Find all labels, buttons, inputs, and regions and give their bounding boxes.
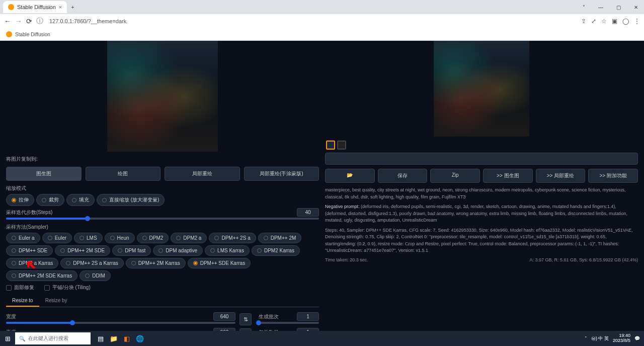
share-icon[interactable]: ⇪ bbox=[581, 18, 586, 25]
sampler-label: 采样方法(Sampler) bbox=[6, 224, 319, 231]
sampler-option[interactable]: DPM2 Karras bbox=[252, 245, 300, 256]
time-taken: Time taken: 20.3 sec. bbox=[325, 257, 368, 262]
resize-mode-option[interactable]: 裁剪 bbox=[36, 194, 64, 206]
copy-to-sketch-button[interactable]: 绘图 bbox=[86, 167, 161, 181]
address-bar: ← → ⟳ ⓘ ⇪ ⤢ ☆ ▣ ◯ ⋮ bbox=[0, 14, 644, 28]
back-button[interactable]: ← bbox=[4, 17, 11, 25]
forward-button[interactable]: → bbox=[15, 17, 22, 25]
reload-button[interactable]: ⟳ bbox=[26, 17, 32, 25]
bookmark-favicon-icon bbox=[6, 31, 12, 37]
profile-icon[interactable]: ◯ bbox=[622, 18, 629, 25]
sampler-option[interactable]: DPM++ SDE bbox=[6, 245, 53, 256]
save-button[interactable]: 保存 bbox=[378, 169, 428, 183]
sampler-option[interactable]: DPM++ 2S a Karras bbox=[60, 258, 123, 268]
send-inpaint-button[interactable]: >> 局部重绘 bbox=[536, 169, 586, 183]
browser-tab[interactable]: Stable Diffusion × bbox=[3, 1, 67, 13]
copy-to-inpaint-button[interactable]: 局部重绘 bbox=[165, 167, 240, 181]
sampler-option[interactable]: Euler a bbox=[6, 233, 40, 243]
tab-title: Stable Diffusion bbox=[17, 4, 56, 10]
resize-mode-option[interactable]: 填充 bbox=[66, 194, 95, 206]
generation-params: Steps: 40, Sampler: DPM++ SDE Karras, CF… bbox=[325, 227, 638, 254]
sampler-option[interactable]: DPM fast bbox=[112, 245, 151, 256]
sampler-option[interactable]: DPM++ 2S a bbox=[209, 233, 256, 243]
send-extras-button[interactable]: >> 附加功能 bbox=[588, 169, 638, 183]
minimize-button[interactable]: — bbox=[592, 2, 609, 13]
browser-tab-bar: Stable Diffusion × + ˅ — ▢ ✕ bbox=[0, 0, 644, 14]
sampler-option[interactable]: DPM++ 2M Karras bbox=[126, 258, 186, 268]
resize-mode-option[interactable]: 拉伸 bbox=[6, 194, 34, 206]
sampler-option[interactable]: DPM adaptive bbox=[153, 245, 203, 256]
swap-dimensions-button[interactable]: ⇅ bbox=[239, 313, 252, 325]
sampler-option[interactable]: DPM++ 2M SDE Karras bbox=[6, 270, 77, 281]
extensions-icon[interactable]: ▣ bbox=[612, 18, 617, 25]
sampler-option[interactable]: Heun bbox=[105, 233, 135, 243]
copy-to-img2img-button[interactable]: 图生图 bbox=[6, 167, 82, 181]
resize-mode-option[interactable]: 直接缩放 (放大潜变量) bbox=[97, 194, 165, 206]
sampler-option[interactable]: DPM++ 2M SDE bbox=[55, 245, 110, 256]
batch-count-label: 生成批次 bbox=[259, 313, 279, 320]
sampler-option[interactable]: LMS Karras bbox=[205, 245, 250, 256]
generation-negative: Negative prompt: (deformed iris, deforme… bbox=[325, 203, 638, 224]
info-icon[interactable]: ⓘ bbox=[36, 17, 43, 26]
output-textbox[interactable] bbox=[325, 153, 638, 165]
bookmark-bar: Stable Diffusion bbox=[0, 28, 644, 40]
thumbnail-1[interactable] bbox=[326, 141, 335, 150]
memory-stats: A: 3.97 GB, R: 5.61 GB, Sys: 6.8/15.9922… bbox=[529, 257, 638, 262]
resize-mode-label: 缩放模式 bbox=[6, 185, 319, 192]
sampler-option[interactable]: DDIM bbox=[79, 270, 111, 281]
sampler-option[interactable]: DPM++ SDE Karras bbox=[188, 258, 251, 268]
close-icon[interactable]: × bbox=[59, 4, 62, 10]
copy-to-label: 将图片复制到: bbox=[6, 156, 38, 163]
open-folder-button[interactable]: 📂 bbox=[325, 169, 375, 183]
width-label: 宽度 bbox=[6, 313, 16, 320]
sampler-option[interactable]: LMS bbox=[74, 233, 103, 243]
menu-icon[interactable]: ⋮ bbox=[634, 18, 640, 25]
restore-faces-checkbox[interactable]: 面部修复 bbox=[6, 284, 34, 291]
url-input[interactable] bbox=[47, 16, 577, 26]
sampler-option[interactable]: DPM2 a Karras bbox=[6, 258, 58, 268]
maximize-button[interactable]: ▢ bbox=[610, 2, 627, 13]
width-value[interactable]: 640 bbox=[213, 312, 235, 321]
input-image-preview[interactable] bbox=[107, 41, 218, 152]
width-slider[interactable] bbox=[6, 322, 235, 324]
sampler-option[interactable]: DPM2 bbox=[137, 233, 169, 243]
copy-to-inpaint-sketch-button[interactable]: 局部重绘(手涂蒙版) bbox=[244, 167, 319, 181]
tab-resize-to[interactable]: Resize to bbox=[6, 295, 39, 307]
star-icon[interactable]: ☆ bbox=[601, 18, 607, 25]
steps-slider[interactable] bbox=[6, 218, 319, 220]
sampler-option[interactable]: DPM++ 2M bbox=[258, 233, 302, 243]
window-dropdown-icon[interactable]: ˅ bbox=[577, 2, 591, 13]
tiling-checkbox[interactable]: 平铺/分块 (Tiling) bbox=[44, 284, 91, 291]
batch-count-value[interactable]: 1 bbox=[297, 312, 319, 321]
generation-prompt: masterpiece, best quality, city streets … bbox=[325, 187, 638, 200]
thumbnail-2[interactable] bbox=[337, 141, 346, 150]
steps-value[interactable]: 40 bbox=[297, 208, 319, 217]
favicon-icon bbox=[8, 4, 14, 10]
zip-button[interactable]: Zip bbox=[430, 169, 480, 183]
send-img2img-button[interactable]: >> 图生图 bbox=[483, 169, 533, 183]
sampler-option[interactable]: Euler bbox=[42, 233, 72, 243]
translate-icon[interactable]: ⤢ bbox=[591, 18, 596, 25]
batch-count-slider[interactable] bbox=[259, 322, 319, 324]
sampler-option[interactable]: DPM2 a bbox=[171, 233, 207, 243]
tab-resize-by[interactable]: Resize by bbox=[39, 295, 73, 307]
bookmark-item[interactable]: Stable Diffusion bbox=[15, 32, 50, 37]
new-tab-button[interactable]: + bbox=[67, 4, 78, 10]
output-image-preview[interactable] bbox=[434, 41, 529, 136]
windows-taskbar: ⊞ 🔍在此键入进行搜索 ▤ 📁 ◧ 🌐 ˄ ㉥) 中 英 19:40 2023/… bbox=[0, 331, 644, 331]
steps-label: 采样迭代步数(Steps) bbox=[6, 209, 52, 216]
close-window-button[interactable]: ✕ bbox=[628, 2, 644, 13]
